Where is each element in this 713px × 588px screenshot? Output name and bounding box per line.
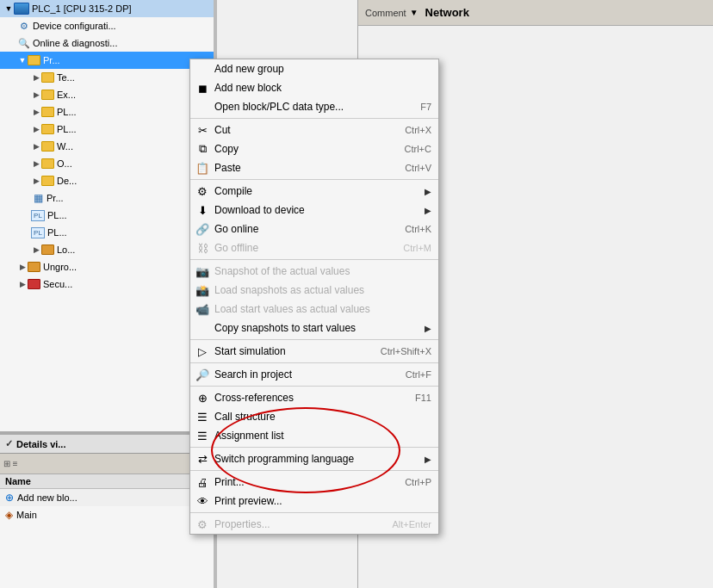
menu-item-compile[interactable]: ⚙Compile▶ [190, 182, 438, 201]
menu-icon-cross: ⊕ [194, 390, 211, 405]
menu-label-print-preview: Print preview... [214, 495, 282, 507]
tree-item-pl1[interactable]: ▶ PL... [0, 103, 214, 121]
menu-arrow-copy-snapshots: ▶ [425, 324, 431, 333]
details-header: ✓ Details vi... [0, 435, 214, 454]
menu-label-go-online: Go online [214, 223, 258, 235]
network-header: Comment ▼ Network [358, 0, 713, 26]
tree-item-o[interactable]: ▶ O... [0, 155, 214, 172]
context-menu: Add new group◼Add new blockOpen block/PL… [189, 59, 439, 535]
menu-item-call-structure[interactable]: ☰Call structure [190, 407, 438, 426]
menu-item-open-block[interactable]: Open block/PLC data type...F7 [190, 97, 438, 116]
tree-item-de[interactable]: ▶ De... [0, 172, 214, 189]
menu-item-add-new-block[interactable]: ◼Add new block [190, 78, 438, 97]
menu-shortcut-print: Ctrl+P [405, 477, 431, 487]
tree-item-pl4[interactable]: PL PL... [0, 224, 214, 241]
menu-shortcut-paste: Ctrl+V [405, 163, 431, 173]
menu-label-copy: Copy [214, 143, 239, 155]
menu-icon-print: 🖨 [194, 474, 211, 490]
tree-item-plc1[interactable]: ▼ PLC_1 [CPU 315-2 DP] [0, 0, 214, 17]
menu-item-switch-lang[interactable]: ⇄Switch programming language▶ [190, 449, 438, 468]
menu-item-search-in-project[interactable]: 🔎Search in projectCtrl+F [190, 365, 438, 384]
menu-label-go-offline: Go offline [214, 242, 258, 254]
tree-item-online-diag[interactable]: 🔍 Online & diagnosti... [0, 34, 214, 52]
expand-ex-icon: ▶ [31, 90, 41, 100]
menu-item-load-snapshots: 📸Load snapshots as actual values [190, 281, 438, 300]
tree-label-pl3: PL... [47, 210, 67, 220]
tree-item-secu[interactable]: ▶ Secu... [0, 275, 214, 293]
menu-label-load-start: Load start values as actual values [214, 303, 370, 315]
menu-label-start-sim: Start simulation [214, 345, 286, 357]
tree-item-device-config[interactable]: ⚙ Device configurati... [0, 17, 214, 34]
menu-item-go-offline: ⛓Go offlineCtrl+M [190, 238, 438, 257]
expand-plc1-icon: ▼ [3, 3, 14, 14]
menu-icon-sim: ▷ [194, 344, 211, 359]
menu-label-assignment-list: Assignment list [214, 430, 284, 442]
menu-sep-sep2 [190, 179, 438, 180]
menu-item-cut[interactable]: ✂CutCtrl+X [190, 121, 438, 139]
tree-item-w[interactable]: ▶ W... [0, 138, 214, 155]
menu-item-print-preview[interactable]: 👁Print preview... [190, 492, 438, 511]
menu-icon-compile: ⚙ [194, 183, 211, 199]
details-checkmark: ✓ [5, 438, 13, 449]
main-block-icon: ◈ [5, 509, 13, 521]
menu-icon-assign: ☰ [194, 428, 211, 443]
tree-item-lo[interactable]: ▶ Lo... [0, 241, 214, 258]
menu-item-copy-snapshots[interactable]: Copy snapshots to start values▶ [190, 319, 438, 337]
expand-secu-icon: ▶ [17, 279, 28, 289]
tree-label-lo: Lo... [57, 244, 75, 255]
menu-item-copy[interactable]: ⧉CopyCtrl+C [190, 139, 438, 158]
menu-icon-paste: 📋 [194, 160, 211, 176]
menu-item-assignment-list[interactable]: ☰Assignment list [190, 426, 438, 445]
details-row-main[interactable]: ◈ Main [0, 506, 214, 523]
tree-label-w: W... [57, 141, 73, 152]
menu-icon-online: 🔗 [194, 221, 211, 237]
menu-label-search-in-project: Search in project [214, 368, 292, 381]
tree-item-ungro[interactable]: ▶ Ungro... [0, 258, 214, 275]
tree-item-te[interactable]: ▶ Te... [0, 69, 214, 86]
tree-label-pl1: PL... [57, 107, 77, 117]
details-toolbar: ⊞ ≡ [0, 454, 214, 474]
menu-sep-sep4 [190, 339, 438, 340]
menu-shortcut-cross-references: F11 [415, 393, 431, 403]
tree-item-pr[interactable]: ▦ Pr... [0, 189, 214, 207]
menu-item-load-start: 📹Load start values as actual values [190, 300, 438, 319]
tree-item-pl2[interactable]: ▶ PL... [0, 121, 214, 138]
menu-item-go-online[interactable]: 🔗Go onlineCtrl+K [190, 220, 438, 238]
tree-item-pl3[interactable]: PL PL... [0, 207, 214, 224]
menu-sep-sep7 [190, 447, 438, 448]
main-block-label: Main [16, 510, 37, 520]
tree-item-ex[interactable]: ▶ Ex... [0, 86, 214, 103]
menu-label-paste: Paste [214, 162, 241, 174]
menu-shortcut-copy: Ctrl+C [405, 144, 431, 154]
details-col-header: Name [0, 474, 214, 489]
menu-label-compile: Compile [214, 185, 252, 197]
expand-o-icon: ▶ [31, 158, 41, 169]
menu-shortcut-search-in-project: Ctrl+F [406, 369, 431, 380]
menu-icon-download: ⬇ [194, 202, 211, 218]
menu-item-print[interactable]: 🖨Print...Ctrl+P [190, 473, 438, 492]
details-toolbar-buttons: ⊞ ≡ [3, 459, 18, 468]
menu-icon-camera3: 📹 [194, 301, 211, 317]
menu-label-cut: Cut [214, 124, 231, 136]
menu-arrow-download-to-device: ▶ [425, 206, 431, 215]
menu-item-start-sim[interactable]: ▷Start simulationCtrl+Shift+X [190, 342, 438, 361]
tree-label-pl2: PL... [57, 124, 77, 134]
menu-item-paste[interactable]: 📋PasteCtrl+V [190, 158, 438, 177]
add-block-label: Add new blo... [17, 492, 78, 503]
menu-sep-sep8 [190, 470, 438, 471]
tree-item-prog-blocks[interactable]: ▼ Pr... [0, 52, 214, 69]
tree-label-pl4: PL... [47, 227, 67, 238]
menu-item-add-new-group[interactable]: Add new group [190, 59, 438, 78]
menu-item-cross-references[interactable]: ⊕Cross-referencesF11 [190, 388, 438, 407]
expand-pl2-icon: ▶ [31, 124, 41, 134]
menu-icon-camera: 📷 [194, 263, 211, 279]
menu-icon-call: ☰ [194, 409, 211, 424]
menu-label-download-to-device: Download to device [214, 204, 305, 216]
menu-icon-block: ◼ [194, 80, 211, 96]
details-row-add[interactable]: ⊕ Add new blo... [0, 489, 214, 506]
menu-label-switch-lang: Switch programming language [214, 453, 354, 465]
menu-item-download-to-device[interactable]: ⬇Download to device▶ [190, 201, 438, 220]
details-title: Details vi... [16, 439, 65, 449]
menu-icon-switch: ⇄ [194, 451, 211, 467]
tree-label-prog-blocks: Pr... [43, 55, 60, 65]
